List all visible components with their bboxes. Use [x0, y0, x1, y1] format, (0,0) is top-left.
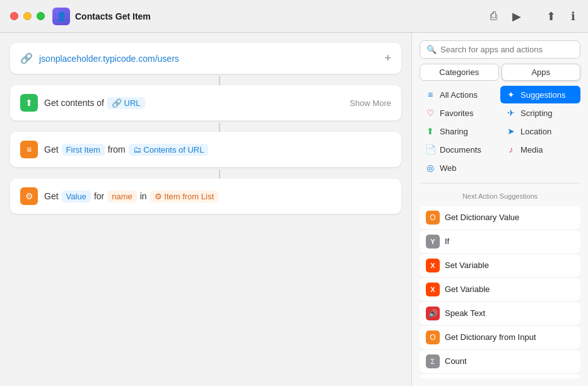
get-label2: Get	[44, 191, 59, 201]
divider-2	[219, 123, 220, 132]
link-icon: 🔗	[20, 52, 33, 64]
if-icon: Y	[426, 235, 440, 249]
item-from-list-token[interactable]: ⚙ Item from List	[150, 190, 218, 202]
suggestion-count[interactable]: Σ Count	[420, 350, 580, 373]
action-content-get-contents: Get contents of 🔗 URL	[44, 97, 391, 109]
location-icon: ➤	[505, 126, 517, 136]
suggestion-get-dict-value[interactable]: O Get Dictionary Value	[420, 206, 580, 229]
title-bar: 👤 Contacts Get Item ⎙ ▶ ⬆ ℹ	[0, 0, 588, 33]
get-first-item-icon-symbol: ≡	[26, 144, 32, 155]
category-web[interactable]: ◎ Web	[420, 159, 500, 177]
categories-grid: ≡ All Actions ✦ Suggestions ♡ Favorites …	[420, 86, 580, 177]
action-get-value[interactable]: ⚙ Get Value for name in ⚙ Item from List	[10, 178, 401, 214]
suggestion-if[interactable]: Y If	[420, 230, 580, 253]
close-button[interactable]	[10, 12, 18, 20]
app-icon: 👤	[52, 8, 70, 25]
category-sharing[interactable]: ⬆ Sharing	[420, 122, 500, 140]
get-variable-icon: X	[426, 283, 440, 296]
action-get-contents[interactable]: ⬆ Get contents of 🔗 URL Show More	[10, 85, 401, 120]
title-bar-actions: ⎙ ▶ ⬆ ℹ	[488, 7, 578, 26]
add-to-button[interactable]: ⬆	[544, 7, 558, 26]
favorites-label: Favorites	[440, 108, 473, 118]
suggestions-icon: ✦	[505, 90, 517, 100]
documents-icon: 📄	[425, 144, 436, 155]
web-label: Web	[440, 163, 457, 173]
app-title-group: 👤 Contacts Get Item	[52, 8, 151, 25]
for-label: for	[94, 191, 104, 201]
get-contents-token-url[interactable]: 🔗 URL	[107, 97, 145, 109]
get-value-icon-symbol: ⚙	[25, 191, 33, 201]
value-token[interactable]: Value	[62, 190, 91, 202]
suggestion-repeat-each[interactable]: ↻ Repeat with Each	[420, 374, 580, 378]
action-get-first-item[interactable]: ≡ Get First Item from 🗂 Contents of URL	[10, 132, 401, 167]
media-icon: ♪	[505, 144, 517, 155]
category-scripting[interactable]: ✈ Scripting	[500, 104, 580, 122]
set-variable-icon: X	[426, 259, 440, 272]
get-dict-value-label: Get Dictionary Value	[445, 213, 519, 222]
share-button[interactable]: ⎙	[488, 7, 500, 25]
window-title: Contacts Get Item	[75, 11, 151, 21]
category-favorites[interactable]: ♡ Favorites	[420, 104, 500, 122]
search-bar[interactable]: 🔍	[420, 40, 580, 59]
location-label: Location	[520, 127, 551, 136]
set-variable-label: Set Variable	[445, 260, 489, 270]
suggestions-label: Suggestions	[520, 90, 566, 100]
all-actions-icon: ≡	[425, 90, 436, 100]
run-button[interactable]: ▶	[510, 7, 524, 26]
apps-toggle[interactable]: Apps	[502, 64, 581, 81]
scripting-icon: ✈	[505, 108, 517, 118]
sharing-icon: ⬆	[425, 126, 436, 136]
suggestion-get-dict-input[interactable]: O Get Dictionary from Input	[420, 326, 580, 349]
minimize-button[interactable]	[23, 12, 32, 20]
left-panel: 🔗 jsonplaceholder.typicode.com/users + ⬆…	[0, 33, 411, 386]
next-action-label: Next Action Suggestions	[420, 190, 580, 201]
suggestion-get-variable[interactable]: X Get Variable	[420, 278, 580, 301]
url-add-button[interactable]: +	[384, 52, 391, 65]
documents-label: Documents	[440, 145, 481, 155]
get-dict-value-icon: O	[426, 211, 440, 225]
sharing-label: Sharing	[440, 127, 468, 136]
url-card[interactable]: 🔗 jsonplaceholder.typicode.com/users +	[10, 43, 401, 74]
action-icon-get-first-item: ≡	[20, 141, 38, 158]
count-icon: Σ	[426, 354, 440, 368]
category-location[interactable]: ➤ Location	[500, 122, 580, 140]
get-variable-label: Get Variable	[445, 284, 490, 294]
suggestion-set-variable[interactable]: X Set Variable	[420, 254, 580, 277]
get-contents-icon-symbol: ⬆	[25, 98, 33, 108]
if-label: If	[445, 237, 449, 246]
url-value: jsonplaceholder.typicode.com/users	[39, 54, 378, 64]
category-documents[interactable]: 📄 Documents	[420, 141, 500, 158]
divider-1	[219, 76, 220, 85]
show-more-button[interactable]: Show More	[350, 98, 391, 108]
first-item-token[interactable]: First Item	[62, 144, 105, 156]
search-input[interactable]	[440, 45, 573, 54]
action-content-get-value: Get Value for name in ⚙ Item from List	[44, 190, 391, 202]
action-icon-get-value: ⚙	[20, 187, 38, 205]
main-layout: 🔗 jsonplaceholder.typicode.com/users + ⬆…	[0, 33, 588, 386]
get-label: Get	[44, 144, 59, 155]
get-dict-input-icon: O	[426, 330, 440, 344]
scripting-label: Scripting	[520, 108, 553, 118]
media-label: Media	[520, 145, 543, 155]
right-panel: 🔍 Categories Apps ≡ All Actions ✦ Sugges…	[411, 33, 588, 386]
category-all-actions[interactable]: ≡ All Actions	[420, 86, 500, 103]
traffic-lights	[10, 12, 45, 20]
contents-url-token[interactable]: 🗂 Contents of URL	[129, 144, 209, 156]
action-icon-get-contents: ⬆	[20, 94, 38, 112]
category-suggestions[interactable]: ✦ Suggestions	[500, 86, 580, 103]
section-divider	[420, 183, 580, 184]
get-contents-label: Get contents of	[44, 98, 104, 108]
info-button[interactable]: ℹ	[568, 7, 578, 26]
categories-toggle[interactable]: Categories	[420, 64, 499, 81]
speak-text-icon: 🔊	[426, 307, 440, 320]
suggestion-speak-text[interactable]: 🔊 Speak Text	[420, 302, 580, 325]
from-label: from	[108, 144, 126, 155]
count-label: Count	[445, 356, 467, 366]
favorites-icon: ♡	[425, 108, 436, 118]
maximize-button[interactable]	[37, 12, 45, 20]
category-media[interactable]: ♪ Media	[500, 141, 580, 158]
name-token[interactable]: name	[107, 190, 137, 202]
view-toggle: Categories Apps	[420, 64, 580, 81]
in-label: in	[140, 191, 147, 201]
search-icon: 🔍	[426, 45, 437, 54]
